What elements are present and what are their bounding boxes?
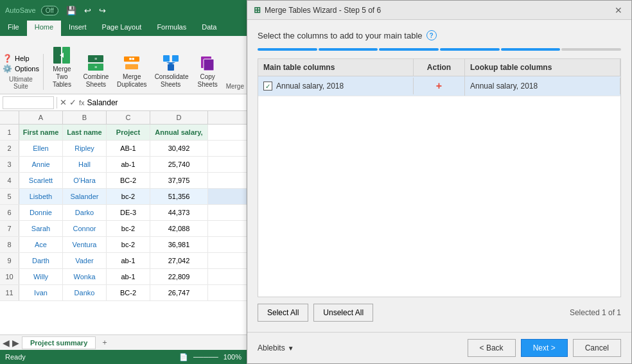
cell-d6[interactable]: 44,373 xyxy=(150,205,208,220)
confirm-formula-icon[interactable]: ✓ xyxy=(69,98,76,107)
cell-d3[interactable]: 25,740 xyxy=(150,157,208,172)
cell-c7[interactable]: bc-2 xyxy=(107,221,150,236)
cell-d7[interactable]: 42,088 xyxy=(150,221,208,236)
name-box[interactable] xyxy=(3,96,54,109)
cell-c10[interactable]: ab-1 xyxy=(107,269,150,284)
undo-icon[interactable]: ↩ xyxy=(84,6,91,15)
ready-status: Ready xyxy=(5,353,26,361)
footer-left: Ablebits ▼ xyxy=(258,343,294,352)
cell-a8[interactable]: Ace xyxy=(19,237,63,252)
cell-b1[interactable]: Last name xyxy=(63,125,107,140)
merge-tables-dialog: ⊞ Merge Tables Wizard - Step 5 of 6 ✕ Se… xyxy=(247,0,632,364)
tab-file[interactable]: File xyxy=(0,21,27,36)
cell-b7[interactable]: Connor xyxy=(63,221,107,236)
page-layout-icon[interactable]: 📄 xyxy=(179,353,188,361)
options-button[interactable]: ⚙️ Options xyxy=(3,64,39,73)
cancel-formula-icon[interactable]: ✕ xyxy=(60,98,67,107)
tab-pagelayout[interactable]: Page Layout xyxy=(94,21,150,36)
cell-c5[interactable]: bc-2 xyxy=(107,189,150,204)
cell-d10[interactable]: 22,809 xyxy=(150,269,208,284)
combine-sheets-button[interactable]: ≡ ≡ Combine Sheets xyxy=(80,51,112,90)
svg-rect-11 xyxy=(172,55,179,62)
row-num: 4 xyxy=(0,173,19,188)
back-button[interactable]: < Back xyxy=(468,339,516,357)
cell-d4[interactable]: 37,975 xyxy=(150,173,208,188)
consolidate-sheets-button[interactable]: Consolidate Sheets xyxy=(152,51,189,90)
copy-sheets-label: Copy Sheets xyxy=(195,73,221,89)
help-button[interactable]: ❓ Help xyxy=(3,54,39,63)
cell-a5[interactable]: Lisbeth xyxy=(19,189,63,204)
col-header-b[interactable]: B xyxy=(63,111,107,124)
help-label: Help xyxy=(15,55,30,62)
excel-ribbon: File Home Insert Page Layout Formulas Da… xyxy=(0,21,247,94)
cell-c3[interactable]: ab-1 xyxy=(107,157,150,172)
cell-a11[interactable]: Ivan xyxy=(19,285,63,300)
cell-a6[interactable]: Donnie xyxy=(19,205,63,220)
cell-a9[interactable]: Darth xyxy=(19,253,63,268)
col-header-c[interactable]: C xyxy=(107,111,150,124)
cell-c1[interactable]: Project xyxy=(107,125,150,140)
add-sheet-icon[interactable]: ＋ xyxy=(101,337,109,348)
cell-d2[interactable]: 30,492 xyxy=(150,141,208,156)
progress-seg-6 xyxy=(561,48,621,51)
sheet-tab-project-summary[interactable]: Project summary xyxy=(22,336,96,349)
cell-b8[interactable]: Ventura xyxy=(63,237,107,252)
save-icon[interactable]: 💾 xyxy=(66,6,76,15)
info-icon[interactable]: ? xyxy=(426,30,437,40)
merge-two-tables-button[interactable]: Merge Two Tables xyxy=(46,44,78,90)
cell-a4[interactable]: Scarlett xyxy=(19,173,63,188)
insert-function-icon[interactable]: fx xyxy=(79,99,85,107)
copy-sheets-button[interactable]: Copy Sheets xyxy=(192,51,224,90)
autosave-toggle[interactable]: Off xyxy=(41,6,58,15)
zoom-slider[interactable]: ───── xyxy=(193,353,218,361)
formula-input[interactable] xyxy=(87,98,244,107)
cell-d8[interactable]: 36,981 xyxy=(150,237,208,252)
table-row: 11 Ivan Danko BC-2 26,747 xyxy=(0,285,247,301)
cell-b10[interactable]: Wonka xyxy=(63,269,107,284)
cell-c8[interactable]: bc-2 xyxy=(107,237,150,252)
col-header-a[interactable]: A xyxy=(19,111,63,124)
cell-b11[interactable]: Danko xyxy=(63,285,107,300)
cell-b6[interactable]: Darko xyxy=(63,205,107,220)
scroll-sheets-right[interactable]: ▶ xyxy=(12,338,19,348)
row-checkbox[interactable]: ✓ xyxy=(263,82,272,91)
table-row: 5 Lisbeth Salander bc-2 51,356 xyxy=(0,189,247,205)
merge-duplicates-button[interactable]: ■■ Merge Duplicates xyxy=(114,51,150,90)
cell-b4[interactable]: O'Hara xyxy=(63,173,107,188)
ribbon-tabs: File Home Insert Page Layout Formulas Da… xyxy=(0,21,247,36)
cell-a3[interactable]: Annie xyxy=(19,157,63,172)
tab-formulas[interactable]: Formulas xyxy=(149,21,194,36)
unselect-all-button[interactable]: Unselect All xyxy=(313,304,373,322)
cell-b9[interactable]: Vader xyxy=(63,253,107,268)
cell-c4[interactable]: BC-2 xyxy=(107,173,150,188)
tab-home[interactable]: Home xyxy=(27,21,61,36)
redo-icon[interactable]: ↪ xyxy=(99,6,106,15)
next-button[interactable]: Next > xyxy=(521,339,568,357)
col-header-d[interactable]: D xyxy=(150,111,208,124)
cell-b2[interactable]: Ripley xyxy=(63,141,107,156)
cell-c2[interactable]: AB-1 xyxy=(107,141,150,156)
cell-c6[interactable]: DE-3 xyxy=(107,205,150,220)
row-num: 8 xyxy=(0,237,19,252)
row-num: 5 xyxy=(0,189,19,204)
cell-d11[interactable]: 26,747 xyxy=(150,285,208,300)
cell-b5[interactable]: Salander xyxy=(63,189,107,204)
cell-a7[interactable]: Sarah xyxy=(19,221,63,236)
ablebits-brand[interactable]: Ablebits ▼ xyxy=(258,343,294,352)
dialog-close-button[interactable]: ✕ xyxy=(612,4,625,17)
cell-d9[interactable]: 27,042 xyxy=(150,253,208,268)
excel-background: AutoSave Off 💾 ↩ ↪ File Home Insert Page… xyxy=(0,0,247,364)
select-all-button[interactable]: Select All xyxy=(258,304,308,322)
cell-a1[interactable]: First name xyxy=(19,125,63,140)
cell-c11[interactable]: BC-2 xyxy=(107,285,150,300)
scroll-sheets-left[interactable]: ◀ xyxy=(3,338,10,348)
tab-insert[interactable]: Insert xyxy=(61,21,94,36)
cell-a10[interactable]: Willy xyxy=(19,269,63,284)
cell-a2[interactable]: Ellen xyxy=(19,141,63,156)
tab-data[interactable]: Data xyxy=(194,21,224,36)
cell-b3[interactable]: Hall xyxy=(63,157,107,172)
cancel-button[interactable]: Cancel xyxy=(573,339,621,357)
cell-d1[interactable]: Annual salary, 2017 xyxy=(150,125,208,140)
cell-c9[interactable]: ab-1 xyxy=(107,253,150,268)
cell-d5[interactable]: 51,356 xyxy=(150,189,208,204)
